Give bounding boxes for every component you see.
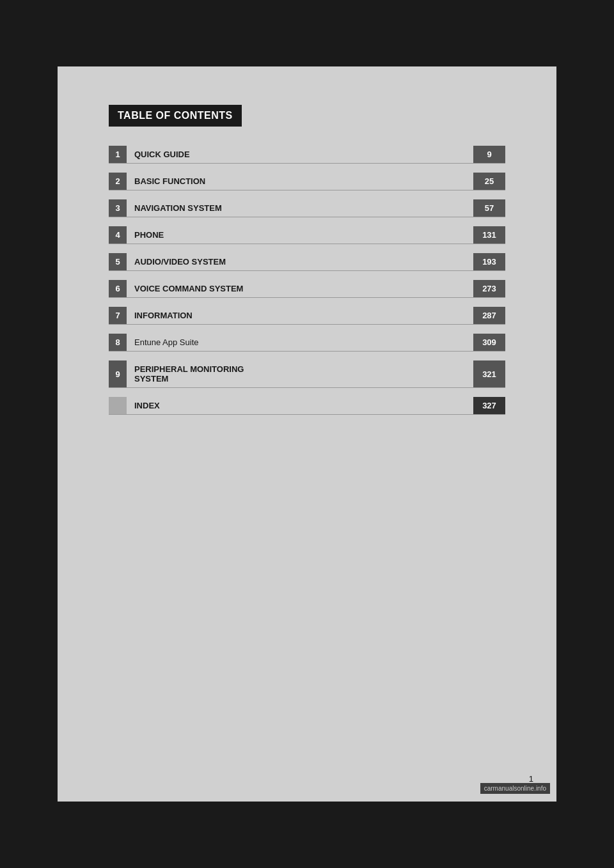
toc-row-2[interactable]: 2 BASIC FUNCTION 25 — [109, 173, 505, 190]
toc-row-9[interactable]: 9 PERIPHERAL MONITORING SYSTEM 321 — [109, 360, 505, 388]
toc-number-index — [109, 397, 127, 414]
toc-label-9-line2: SYSTEM — [134, 374, 168, 384]
toc-page-6: 273 — [473, 280, 505, 297]
toc-label-6: VOICE COMMAND SYSTEM — [127, 280, 473, 297]
toc-number-9: 9 — [109, 360, 127, 387]
toc-label-index: INDEX — [127, 397, 473, 414]
toc-page-4: 131 — [473, 226, 505, 244]
page-container: TABLE OF CONTENTS 1 QUICK GUIDE 9 2 BASI… — [58, 66, 556, 802]
toc-number-1: 1 — [109, 146, 127, 163]
toc-page-7: 287 — [473, 307, 505, 324]
toc-page-9: 321 — [473, 360, 505, 387]
toc-number-7: 7 — [109, 307, 127, 324]
toc-page-2: 25 — [473, 173, 505, 190]
toc-number-8: 8 — [109, 334, 127, 351]
toc-label-9: PERIPHERAL MONITORING SYSTEM — [127, 360, 473, 387]
toc-page-3: 57 — [473, 199, 505, 217]
toc-label-5: AUDIO/VIDEO SYSTEM — [127, 253, 473, 270]
toc-label-4: PHONE — [127, 226, 473, 244]
watermark: carmanualsonline.info — [480, 783, 550, 794]
toc-number-2: 2 — [109, 173, 127, 190]
toc-page-5: 193 — [473, 253, 505, 270]
toc-row-7[interactable]: 7 INFORMATION 287 — [109, 307, 505, 325]
toc-label-9-line1: PERIPHERAL MONITORING — [134, 364, 244, 374]
toc-label-8: Entune App Suite — [127, 334, 473, 351]
toc-row-1[interactable]: 1 QUICK GUIDE 9 — [109, 146, 505, 164]
toc-page-1: 9 — [473, 146, 505, 163]
page-number: 1 — [529, 774, 533, 784]
toc-row-4[interactable]: 4 PHONE 131 — [109, 226, 505, 244]
toc-label-1: QUICK GUIDE — [127, 146, 473, 163]
toc-number-3: 3 — [109, 199, 127, 217]
toc-label-2: BASIC FUNCTION — [127, 173, 473, 190]
toc-row-6[interactable]: 6 VOICE COMMAND SYSTEM 273 — [109, 280, 505, 298]
toc-label-7: INFORMATION — [127, 307, 473, 324]
toc-row-5[interactable]: 5 AUDIO/VIDEO SYSTEM 193 — [109, 253, 505, 271]
toc-label-3: NAVIGATION SYSTEM — [127, 199, 473, 217]
toc-row-index[interactable]: INDEX 327 — [109, 397, 505, 415]
toc-row-8[interactable]: 8 Entune App Suite 309 — [109, 334, 505, 352]
toc-number-4: 4 — [109, 226, 127, 244]
toc-list: 1 QUICK GUIDE 9 2 BASIC FUNCTION 25 3 NA… — [109, 146, 505, 424]
toc-number-6: 6 — [109, 280, 127, 297]
toc-page-index: 327 — [473, 397, 505, 414]
toc-number-5: 5 — [109, 253, 127, 270]
toc-row-3[interactable]: 3 NAVIGATION SYSTEM 57 — [109, 199, 505, 217]
toc-header: TABLE OF CONTENTS — [109, 105, 242, 127]
toc-page-8: 309 — [473, 334, 505, 351]
